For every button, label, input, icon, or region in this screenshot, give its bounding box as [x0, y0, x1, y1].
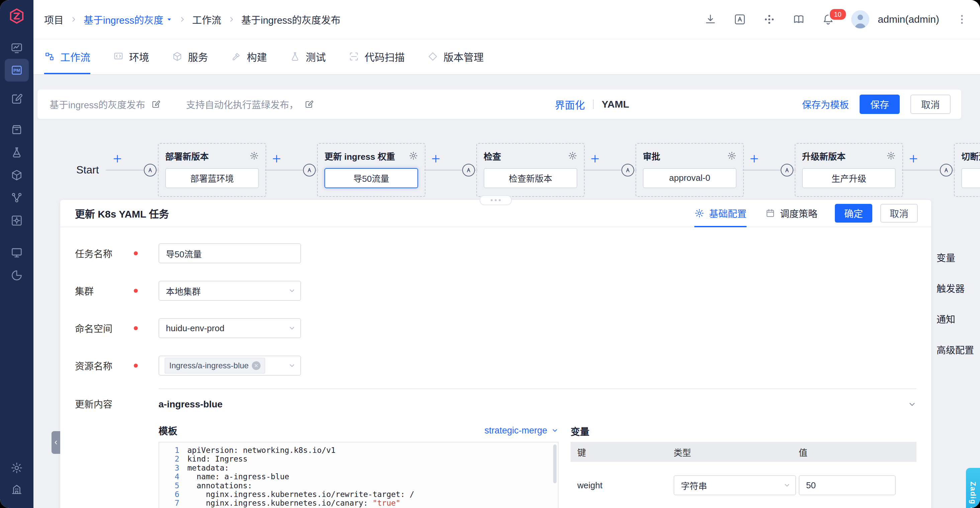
- apps-icon[interactable]: [763, 13, 776, 26]
- task-button[interactable]: 切断流量: [961, 168, 980, 188]
- build-icon: [231, 51, 242, 62]
- approval-marker[interactable]: [462, 164, 475, 176]
- notifications-bell[interactable]: 10: [822, 13, 835, 26]
- resource-accordion-header[interactable]: a-ingress-blue: [159, 397, 916, 412]
- resource-multiselect[interactable]: Ingress/a-ingress-blue: [159, 356, 301, 376]
- stage-settings-icon[interactable]: [409, 151, 418, 160]
- stage-settings-icon[interactable]: [568, 151, 577, 160]
- translate-icon[interactable]: [733, 13, 746, 26]
- sidebar-item-projects[interactable]: PM: [5, 59, 29, 81]
- tab-env[interactable]: 环境: [113, 39, 149, 74]
- stage-settings-icon[interactable]: [886, 151, 896, 160]
- sidebar-item-artifacts[interactable]: [5, 164, 29, 186]
- docs-icon[interactable]: [792, 13, 805, 26]
- remove-tag-icon[interactable]: [252, 361, 261, 370]
- anchor-triggers[interactable]: 触发器: [937, 281, 974, 295]
- anchor-notifications[interactable]: 通知: [937, 312, 974, 325]
- approval-marker[interactable]: [622, 164, 634, 176]
- workflow-name: 基于ingress的灰度发布: [49, 98, 145, 111]
- panel-cancel-button[interactable]: 取消: [880, 204, 918, 222]
- more-menu-icon[interactable]: [956, 13, 968, 25]
- approval-marker[interactable]: [144, 164, 156, 176]
- sidebar-item-test[interactable]: [5, 142, 29, 163]
- avatar[interactable]: [851, 10, 869, 29]
- tab-code-scan[interactable]: 代码扫描: [348, 39, 405, 74]
- yaml-editor[interactable]: 1apiVersion: networking.k8s.io/v12kind: …: [159, 442, 558, 508]
- breadcrumb-workflows[interactable]: 工作流: [192, 13, 221, 26]
- merge-strategy-select[interactable]: strategic-merge: [484, 425, 558, 436]
- task-name-input[interactable]: [159, 243, 301, 264]
- sidebar-item-settings[interactable]: [5, 457, 29, 479]
- code-line: 6 nginx.ingress.kubernetes.io/rewrite-ta…: [159, 490, 558, 498]
- top-bar: 项目 基于ingress的灰度 工作流 基于ingress的灰度发布 10: [33, 0, 980, 40]
- approval-marker[interactable]: [940, 164, 953, 176]
- code-line: 2kind: Ingress: [159, 454, 558, 463]
- sidebar-item-delivery[interactable]: [5, 119, 29, 140]
- editor-scrollbar[interactable]: [553, 444, 557, 483]
- breadcrumb-project-name[interactable]: 基于ingress的灰度: [84, 13, 172, 26]
- tab-version[interactable]: 版本管理: [428, 39, 484, 74]
- mode-yaml-button[interactable]: YAML: [602, 98, 629, 110]
- form-row-namespace: 命名空间 huidu-env-prod: [75, 318, 916, 338]
- namespace-select[interactable]: huidu-env-prod: [159, 318, 301, 338]
- add-stage-plus-icon[interactable]: [112, 154, 123, 164]
- sidebar-item-pipelines[interactable]: [5, 187, 29, 208]
- panel-collapse-handle[interactable]: [480, 195, 512, 205]
- edit-name-icon[interactable]: [151, 100, 161, 109]
- add-stage-plus-icon[interactable]: [908, 154, 918, 164]
- variable-value-input[interactable]: [799, 475, 896, 495]
- tab-workflow[interactable]: 工作流: [44, 39, 90, 74]
- anchor-advanced[interactable]: 高级配置: [937, 343, 974, 356]
- edit-description-icon[interactable]: [304, 100, 314, 109]
- sidebar-item-hosts[interactable]: [5, 242, 29, 264]
- resource-tag[interactable]: Ingress/a-ingress-blue: [165, 357, 265, 374]
- zadig-ai-label: Zadig AI: [969, 482, 977, 508]
- download-icon[interactable]: [704, 13, 717, 26]
- form-row-cluster: 集群 本地集群: [75, 281, 916, 301]
- tab-workflow-label: 工作流: [60, 49, 90, 64]
- breadcrumb-projects[interactable]: 项目: [44, 13, 64, 26]
- tab-test[interactable]: 测试: [290, 39, 326, 74]
- column-value: 值: [796, 446, 916, 458]
- update-content-section: 更新内容 a-ingress-blue 模板: [75, 388, 916, 508]
- task-button[interactable]: 部署蓝环境: [165, 168, 259, 188]
- stage-settings-icon[interactable]: [727, 151, 737, 160]
- task-name-label: 任务名称: [75, 247, 134, 260]
- task-button-selected[interactable]: 导50流量: [325, 168, 418, 188]
- save-as-template-link[interactable]: 保存为模板: [802, 98, 849, 111]
- confirm-button[interactable]: 确定: [835, 204, 872, 222]
- add-stage-plus-icon[interactable]: [272, 154, 282, 164]
- stage-connector: [266, 138, 317, 201]
- mode-ui-button[interactable]: 界面化: [555, 97, 585, 112]
- tab-build[interactable]: 构建: [231, 39, 267, 74]
- task-button[interactable]: approval-0: [643, 168, 737, 188]
- zadig-ai-tab[interactable]: Zadig AI: [966, 468, 980, 508]
- task-button[interactable]: 检查新版本: [484, 168, 577, 188]
- add-stage-plus-icon[interactable]: [590, 154, 600, 164]
- add-stage-plus-icon[interactable]: [749, 154, 759, 164]
- sidebar-item-release-plan[interactable]: [5, 88, 29, 110]
- tab-schedule-policy[interactable]: 调度策略: [765, 200, 818, 227]
- cluster-select[interactable]: 本地集群: [159, 281, 301, 301]
- anchor-variables[interactable]: 变量: [937, 251, 974, 264]
- stage-settings-icon[interactable]: [250, 151, 259, 160]
- add-stage-plus-icon[interactable]: [431, 154, 441, 164]
- tab-basic-config[interactable]: 基础配置: [694, 200, 746, 227]
- task-button[interactable]: 生产升级: [802, 168, 896, 188]
- sidebar-item-insight[interactable]: [5, 37, 29, 59]
- sidebar-item-organization[interactable]: [5, 479, 29, 500]
- service-icon: [172, 51, 183, 62]
- variable-type-select[interactable]: 字符串: [674, 475, 796, 495]
- save-button[interactable]: 保存: [859, 95, 900, 114]
- sidebar-item-integrations[interactable]: [5, 210, 29, 231]
- username[interactable]: admin(admin): [878, 14, 939, 25]
- approval-marker[interactable]: [781, 164, 793, 176]
- stage-connector: [107, 138, 158, 201]
- zadig-logo-icon[interactable]: [7, 7, 26, 25]
- cancel-button[interactable]: 取消: [910, 95, 951, 114]
- tab-service[interactable]: 服务: [172, 39, 208, 74]
- panel-side-collapse-handle[interactable]: [51, 431, 60, 454]
- stage-title: 更新 ingress 权重: [325, 150, 395, 162]
- sidebar-item-reports[interactable]: [5, 265, 29, 286]
- approval-marker[interactable]: [303, 164, 316, 176]
